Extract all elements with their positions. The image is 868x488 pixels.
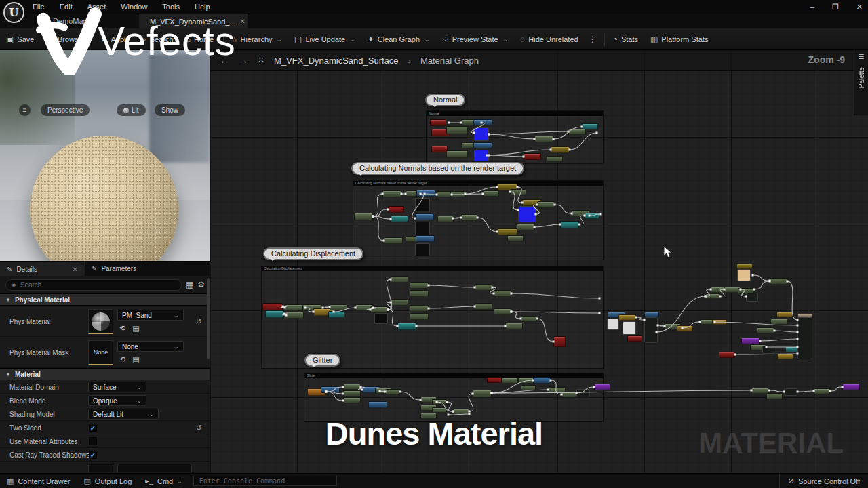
brand-text: Vefects <box>98 18 236 64</box>
cast-ray-traced-shadows-row: Cast Ray Traced Shadows ✓ <box>0 448 210 462</box>
two-sided-label: Two Sided <box>9 424 41 431</box>
use-material-attributes-label: Use Material Attributes <box>9 437 78 445</box>
chevron-down-icon: ⌄ <box>174 312 179 319</box>
restore-button[interactable]: ❐ <box>832 3 839 12</box>
section-physical-material[interactable]: ▼ Physical Material <box>0 293 210 306</box>
search-icon: ⌕ <box>12 280 16 289</box>
chevron-down-icon: ⌄ <box>503 36 509 43</box>
reset-to-default-icon[interactable]: ↺ <box>196 423 202 432</box>
blend-mode-row: Blend Mode Opaque⌄ <box>0 394 210 407</box>
palette-tab[interactable]: ☰ Palette <box>854 50 868 115</box>
perspective-button[interactable]: Perspective <box>41 104 90 116</box>
blend-mode-label: Blend Mode <box>9 396 45 404</box>
platform-stats-button[interactable]: ▥Platform Stats <box>644 28 714 49</box>
chevron-down-icon: ⌄ <box>177 478 182 485</box>
settings-gear-icon[interactable]: ⚙ <box>197 280 205 289</box>
live-update-icon: ▢ <box>294 35 302 44</box>
brand-logo-icon <box>35 7 102 75</box>
details-close-icon[interactable]: ✕ <box>73 266 78 273</box>
partial-dropdown <box>117 464 192 472</box>
phys-material-thumbnail[interactable] <box>88 309 113 334</box>
brand-overlay: Vefects <box>35 7 236 75</box>
shading-model-dropdown[interactable]: Default Lit⌄ <box>88 409 159 420</box>
chevron-down-icon: ⌄ <box>136 384 142 390</box>
content-drawer-button[interactable]: ▦ Content Drawer <box>0 474 77 488</box>
chevron-down-icon: ⌄ <box>136 397 142 404</box>
browse-to-asset-icon[interactable]: ▤ <box>132 324 139 333</box>
material-watermark: MATERIAL <box>698 427 844 460</box>
tab-parameters[interactable]: ✎ Parameters <box>85 262 143 276</box>
minimize-button[interactable]: – <box>810 3 814 11</box>
breadcrumb-asset[interactable]: M_VFX_DynamicSand_Surface <box>274 56 399 66</box>
graph-icon: ⁙ <box>258 56 264 65</box>
palette-label: Palette <box>858 67 865 88</box>
use-selected-icon[interactable]: ⟲ <box>119 355 125 364</box>
phys-material-label: Phys Material <box>9 317 51 325</box>
left-panel: ≡ Perspective Lit Show Z Front ✎ Details… <box>0 50 210 473</box>
forward-arrow-icon[interactable]: → <box>239 55 248 66</box>
sphere-thumb-icon <box>92 312 110 331</box>
tab-details[interactable]: ✎ Details ✕ <box>0 262 85 276</box>
phys-material-mask-dropdown[interactable]: None⌄ <box>117 341 184 352</box>
live-update-button[interactable]: ▢Live Update⌄ <box>288 28 361 49</box>
use-material-attributes-checkbox[interactable] <box>89 437 97 445</box>
viewport-menu-button[interactable]: ≡ <box>19 104 31 116</box>
console-command-input[interactable]: Enter Console Command <box>193 476 337 486</box>
tab-close-icon[interactable]: ✕ <box>240 18 245 25</box>
chevron-down-icon: ⌄ <box>425 36 430 43</box>
chevron-down-icon: ⌄ <box>174 343 179 350</box>
preview-viewport[interactable]: ≡ Perspective Lit Show Z Front <box>0 50 210 261</box>
use-selected-icon[interactable]: ⟲ <box>119 324 125 333</box>
video-title-overlay: Dunes Material <box>326 415 542 452</box>
lit-icon <box>123 108 129 113</box>
unreal-logo-icon[interactable]: U <box>3 2 24 23</box>
shading-model-row: Shading Model Default Lit⌄ <box>0 407 210 421</box>
breadcrumb-separator: › <box>408 56 411 66</box>
save-button[interactable]: ▣Save <box>0 28 40 49</box>
reset-to-default-icon[interactable]: ↺ <box>196 317 202 325</box>
source-control-icon: ⊘ <box>788 476 794 485</box>
status-bar: ▦ Content Drawer ▤ Output Log ▸_ Cmd ⌄ E… <box>0 473 868 488</box>
collapse-arrow-icon: ▼ <box>5 371 11 378</box>
phys-material-dropdown[interactable]: PM_Sand⌄ <box>117 310 184 321</box>
hide-unrelated-icon: ◌ <box>520 35 525 44</box>
blend-mode-dropdown[interactable]: Opaque⌄ <box>88 395 146 406</box>
details-search-input[interactable]: ⌕ Search <box>5 279 182 291</box>
console-icon: ▸_ <box>145 476 153 485</box>
save-icon: ▣ <box>6 35 14 44</box>
partial-row <box>0 462 210 472</box>
toolbar-overflow-icon[interactable]: ⋮ <box>585 35 601 44</box>
cast-ray-traced-shadows-label: Cast Ray Traced Shadows <box>9 451 90 458</box>
cmd-button[interactable]: ▸_ Cmd ⌄ <box>138 474 189 488</box>
lit-mode-button[interactable]: Lit <box>117 104 146 116</box>
window-controls: – ❐ ✕ <box>810 0 863 14</box>
show-button[interactable]: Show <box>155 104 185 116</box>
pencil-icon: ✎ <box>92 265 97 272</box>
stats-button[interactable]: ◔Stats <box>607 28 644 49</box>
material-domain-dropdown[interactable]: Surface⌄ <box>88 382 146 392</box>
preview-state-button[interactable]: ⁘Preview State⌄ <box>436 28 514 49</box>
two-sided-checkbox[interactable]: ✓ <box>89 424 97 432</box>
collapse-arrow-icon: ▼ <box>5 297 11 303</box>
section-material[interactable]: ▼ Material <box>0 368 210 380</box>
source-control-button[interactable]: ⊘ Source Control Off <box>779 474 868 488</box>
breadcrumb-page[interactable]: Material Graph <box>420 56 479 66</box>
material-domain-row: Material Domain Surface⌄ <box>0 380 210 394</box>
partial-thumbnail <box>88 464 113 472</box>
two-sided-row: Two Sided ✓ ↺ <box>0 421 210 434</box>
browse-to-asset-icon[interactable]: ▤ <box>132 355 139 364</box>
cast-ray-traced-shadows-checkbox[interactable]: ✓ <box>89 451 97 459</box>
close-button[interactable]: ✕ <box>856 3 863 12</box>
hide-unrelated-button[interactable]: ◌Hide Unrelated <box>514 28 585 49</box>
display-filter-icon[interactable]: ▦ <box>186 280 193 289</box>
clean-graph-button[interactable]: ✦Clean Graph⌄ <box>361 28 436 49</box>
output-log-icon: ▤ <box>83 476 90 485</box>
phys-material-mask-thumbnail[interactable]: None <box>88 340 113 365</box>
platform-stats-icon: ▥ <box>650 35 658 44</box>
mouse-cursor <box>663 245 673 259</box>
graph-breadcrumb-bar: ← → ⁙ M_VFX_DynamicSand_Surface › Materi… <box>210 50 868 71</box>
phys-material-mask-row: Phys Material Mask None None⌄ ⟲ ▤ <box>0 337 210 368</box>
output-log-button[interactable]: ▤ Output Log <box>77 474 138 488</box>
material-graph-canvas[interactable] <box>210 50 868 473</box>
details-scrollbar[interactable] <box>207 278 210 359</box>
